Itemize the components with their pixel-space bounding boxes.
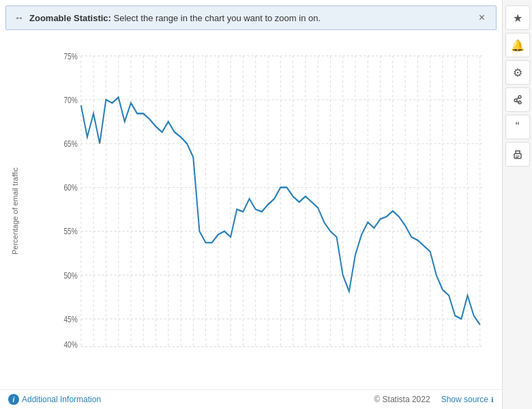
share-button[interactable]	[505, 87, 530, 112]
chart-svg: 75% 70% 65% 60% 55% 50% 45% 40%	[46, 40, 490, 348]
close-banner-button[interactable]: ×	[476, 12, 488, 24]
main-container: ↔ Zoomable Statistic: Select the range i…	[0, 0, 532, 409]
additional-info-button[interactable]: i Additional Information	[8, 394, 101, 405]
svg-text:50%: 50%	[63, 271, 77, 280]
svg-text:55%: 55%	[63, 227, 77, 236]
svg-text:45%: 45%	[63, 315, 77, 324]
source-icon: ℹ	[491, 396, 494, 404]
footer-right: © Statista 2022 Show source ℹ	[374, 395, 494, 404]
content-area: ↔ Zoomable Statistic: Select the range i…	[0, 0, 502, 409]
chart-container: Percentage of email traffic 75	[5, 33, 497, 389]
chart-area[interactable]: 75% 70% 65% 60% 55% 50% 45% 40%	[46, 40, 490, 348]
zoom-icon: ↔	[14, 12, 24, 23]
zoom-banner-text: Zoomable Statistic: Select the range in …	[29, 13, 471, 23]
svg-text:65%: 65%	[63, 139, 77, 148]
print-button[interactable]	[505, 142, 530, 167]
sidebar: ★ 🔔 ⚙ "	[502, 0, 532, 409]
additional-info-label: Additional Information	[22, 395, 101, 404]
footer-area: i Additional Information © Statista 2022…	[0, 389, 502, 409]
star-button[interactable]: ★	[505, 5, 530, 30]
quote-button[interactable]: "	[505, 115, 530, 139]
y-axis-label: Percentage of email traffic	[11, 167, 19, 255]
info-icon: i	[8, 394, 19, 405]
svg-rect-62	[516, 156, 520, 156]
svg-text:60%: 60%	[63, 183, 77, 192]
svg-rect-63	[516, 157, 518, 158]
svg-text:75%: 75%	[63, 52, 77, 61]
svg-text:40%: 40%	[63, 340, 77, 348]
gear-button[interactable]: ⚙	[505, 60, 530, 85]
show-source-button[interactable]: Show source ℹ	[441, 395, 494, 404]
svg-text:70%: 70%	[63, 96, 77, 104]
bell-button[interactable]: 🔔	[505, 33, 530, 57]
zoom-banner: ↔ Zoomable Statistic: Select the range i…	[5, 5, 497, 30]
copyright-text: © Statista 2022	[374, 395, 430, 404]
